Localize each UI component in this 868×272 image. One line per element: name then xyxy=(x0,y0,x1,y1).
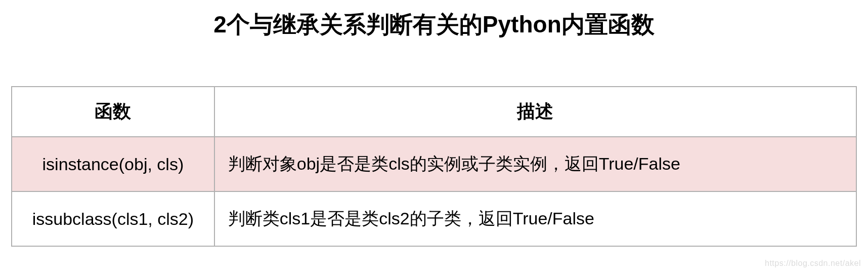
table-header-row: 函数 描述 xyxy=(12,87,856,137)
watermark-text: https://blog.csdn.net/akel xyxy=(765,259,861,268)
cell-description: 判断类cls1是否是类cls2的子类，返回True/False xyxy=(214,191,856,246)
cell-description: 判断对象obj是否是类cls的实例或子类实例，返回True/False xyxy=(214,137,856,191)
table-row: isinstance(obj, cls) 判断对象obj是否是类cls的实例或子… xyxy=(12,137,856,191)
table-container: 函数 描述 isinstance(obj, cls) 判断对象obj是否是类cl… xyxy=(0,86,868,247)
functions-table: 函数 描述 isinstance(obj, cls) 判断对象obj是否是类cl… xyxy=(11,86,857,247)
cell-function: isinstance(obj, cls) xyxy=(12,137,214,191)
cell-function: issubclass(cls1, cls2) xyxy=(12,191,214,246)
table-row: issubclass(cls1, cls2) 判断类cls1是否是类cls2的子… xyxy=(12,191,856,246)
page-title: 2个与继承关系判断有关的Python内置函数 xyxy=(0,0,868,86)
header-function: 函数 xyxy=(12,87,214,137)
header-description: 描述 xyxy=(214,87,856,137)
